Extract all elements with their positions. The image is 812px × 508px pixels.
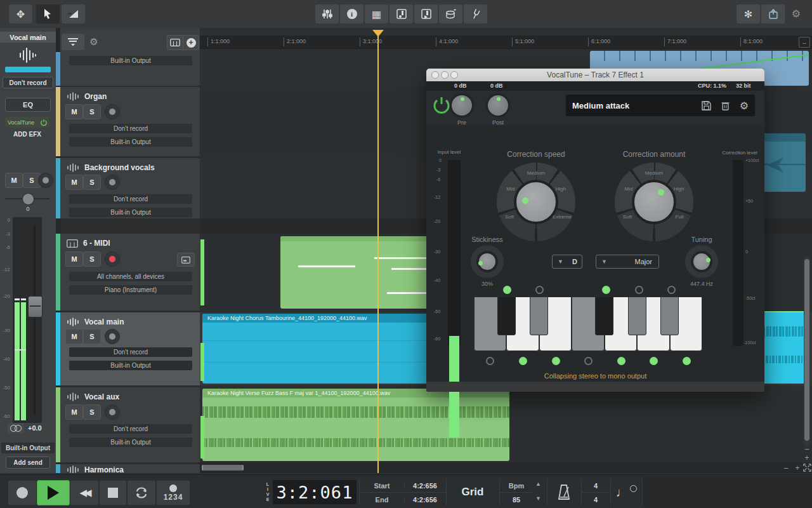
horizontal-scrollbar[interactable]: – + <box>200 462 812 473</box>
add-drums-button[interactable]: + <box>439 4 462 23</box>
stop-button[interactable] <box>99 480 127 505</box>
pre-gain-knob[interactable] <box>450 93 474 117</box>
share-button[interactable] <box>761 4 785 23</box>
key-dropdown[interactable]: ▼ D <box>552 255 582 269</box>
vertical-scrollbar-thumb[interactable] <box>804 259 809 441</box>
horizontal-scrollbar-thumb[interactable] <box>202 465 244 471</box>
grid-button[interactable]: Grid <box>446 479 500 505</box>
track-output-button[interactable]: Built-in Output <box>69 56 192 65</box>
track-color-bar[interactable] <box>5 67 51 72</box>
note-value-button[interactable]: ♩ <box>610 479 643 505</box>
track-row-vocal-aux[interactable]: Vocal aux M S Don't record Built-in Outp… <box>60 387 200 462</box>
save-icon[interactable] <box>702 101 711 110</box>
scale-dropdown[interactable]: ▼ Major <box>596 255 659 269</box>
track-row[interactable]: Built-in Output <box>60 52 200 86</box>
gain-readout[interactable]: +0.0 <box>28 424 42 432</box>
time-signature-cell[interactable]: 4 4 <box>581 479 611 505</box>
trash-icon[interactable] <box>721 101 730 110</box>
track-row-harmonica[interactable]: Harmonica <box>60 464 200 473</box>
mute-button[interactable]: M <box>65 175 83 190</box>
time-display[interactable]: 3:2:061 <box>273 480 357 504</box>
end-value[interactable]: 4:2:656 <box>404 496 445 504</box>
tuner-button[interactable] <box>464 4 487 23</box>
add-send-button[interactable]: Add send <box>6 457 50 469</box>
count-in-button[interactable]: 1234 <box>156 480 190 505</box>
piano-keyboard[interactable] <box>474 297 702 351</box>
ruler-zoom-icon[interactable]: ↔ <box>799 37 810 48</box>
note-toggle-c[interactable] <box>486 357 494 365</box>
record-arm[interactable] <box>105 404 120 420</box>
correction-amount-knob[interactable]: Medium Mid High Soft Full <box>615 163 693 241</box>
track-output-button[interactable]: Built-in Output <box>69 137 192 147</box>
solo-button[interactable]: S <box>83 175 101 190</box>
info-button[interactable]: i <box>340 4 363 23</box>
open-pianoroll-button[interactable] <box>177 253 195 267</box>
vertical-scrollbar[interactable] <box>804 257 810 447</box>
track-row-organ[interactable]: Organ M S Don't record Built-in Output <box>60 87 200 156</box>
master-mute-button[interactable]: M <box>5 173 23 188</box>
clip-vocal-main-right[interactable] <box>763 311 806 384</box>
track-output-button[interactable]: Built-in Output <box>69 208 192 217</box>
note-toggle-fsharp[interactable] <box>602 286 610 294</box>
note-toggle-d[interactable] <box>519 357 527 365</box>
virtual-keyboard-button[interactable] <box>167 35 183 50</box>
record-arm-armed[interactable] <box>105 251 120 267</box>
bpm-up-arrow[interactable]: ▲ <box>535 481 541 487</box>
plugin-power-button[interactable] <box>433 97 450 114</box>
stickiness-knob[interactable] <box>471 245 504 278</box>
post-gain-knob[interactable] <box>486 93 510 117</box>
settings-gear-button[interactable]: ⚙ <box>789 6 804 21</box>
playhead-marker[interactable] <box>372 30 384 37</box>
move-tool-button[interactable]: ✥ <box>9 4 32 23</box>
record-arm[interactable] <box>105 329 120 344</box>
clip-background-vocals[interactable] <box>763 133 806 192</box>
track-row-vocal-main[interactable]: Vocal main M S Don't record Built-in Out… <box>60 312 200 385</box>
vocaltune-effect-slot[interactable]: VocalTune <box>5 117 49 128</box>
track-record-input-button[interactable]: Don't record <box>69 424 192 434</box>
track-record-input-button[interactable]: Don't record <box>69 124 192 133</box>
clip-vocal-aux[interactable]: Karaoke Night Verse Fuzz Bass F maj var … <box>202 389 509 461</box>
play-button[interactable] <box>37 480 70 505</box>
note-toggle-dsharp[interactable] <box>535 286 544 294</box>
mute-button[interactable]: M <box>65 329 83 344</box>
add-track-button[interactable]: + <box>183 35 199 50</box>
devices-button[interactable]: ✻ <box>737 4 760 23</box>
piano-key-asharp[interactable] <box>660 297 679 335</box>
playhead-line[interactable] <box>377 36 379 473</box>
midi-input-button[interactable]: All channels, all devices <box>69 272 192 281</box>
pianoroll-play-button[interactable] <box>414 4 438 23</box>
record-button[interactable] <box>8 480 37 505</box>
track-output-button[interactable]: Built-in Output <box>69 438 192 447</box>
step-sequencer-button[interactable]: ▦ <box>365 4 388 23</box>
note-toggle-f[interactable] <box>584 357 593 365</box>
window-minimize-button[interactable] <box>441 71 449 79</box>
plugin-titlebar[interactable]: VocalTune – Track 7 Effect 1 <box>426 69 764 81</box>
solo-button[interactable]: S <box>83 251 101 267</box>
window-zoom-button[interactable] <box>450 71 458 79</box>
mute-button[interactable]: M <box>65 251 83 267</box>
note-toggle-gsharp[interactable] <box>635 286 643 294</box>
midi-instrument-button[interactable]: Piano (Instrument) <box>69 285 192 295</box>
timeline-ruler[interactable]: 1:1:000 2:1:000 3:1:000 4:1:000 5:1:000 … <box>200 36 812 49</box>
rewind-button[interactable]: ◀◀ <box>70 480 99 505</box>
note-toggle-csharp[interactable] <box>503 286 511 294</box>
window-close-button[interactable] <box>431 71 439 79</box>
tuning-knob[interactable] <box>685 245 718 278</box>
select-tool-button[interactable] <box>36 4 60 23</box>
record-arm[interactable] <box>105 104 120 119</box>
track-output-button[interactable]: Built-in Output <box>69 361 192 370</box>
stereo-mode-button[interactable] <box>8 423 24 433</box>
solo-button[interactable]: S <box>83 329 101 344</box>
note-toggle-g[interactable] <box>617 357 625 365</box>
bpm-value[interactable]: 85 <box>513 496 520 504</box>
solo-button[interactable]: S <box>83 404 101 420</box>
track-record-input-button[interactable]: Don't record <box>69 347 192 357</box>
track-list-options-button[interactable] <box>62 34 84 50</box>
vertical-zoom-in-button[interactable]: + <box>802 454 811 462</box>
horizontal-zoom-out-button[interactable]: – <box>782 464 790 472</box>
loop-button[interactable] <box>127 480 156 505</box>
vocaltune-plugin-window[interactable]: VocalTune – Track 7 Effect 1 0 dB 0 dB C… <box>426 69 764 392</box>
piano-key-gsharp[interactable] <box>628 297 646 335</box>
record-mode-button[interactable]: Don't record <box>3 77 53 88</box>
master-output-button[interactable]: Built-in Output <box>1 443 55 453</box>
